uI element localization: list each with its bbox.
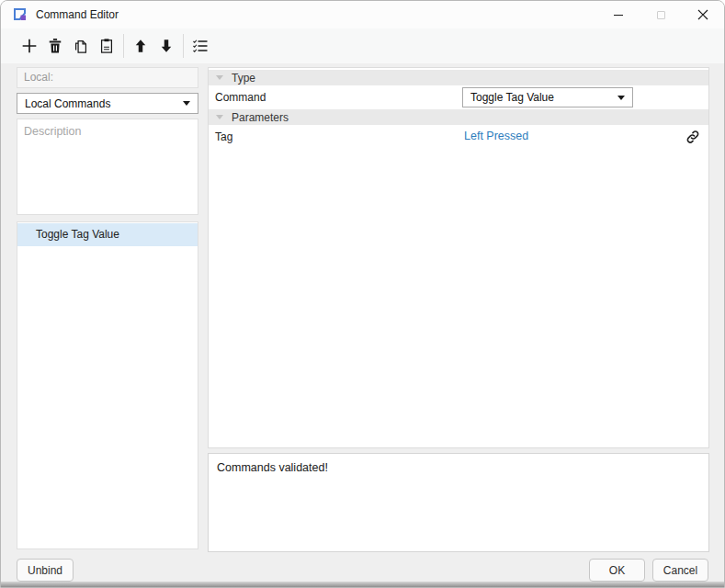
window-title: Command Editor bbox=[36, 8, 119, 21]
ok-button[interactable]: OK bbox=[589, 559, 645, 582]
validation-message: Commands validated! bbox=[217, 461, 328, 474]
close-button[interactable] bbox=[682, 1, 724, 28]
window-controls bbox=[597, 1, 724, 28]
command-row: Command Toggle Tag Value bbox=[209, 85, 708, 109]
maximize-icon bbox=[657, 11, 665, 19]
command-dropdown[interactable]: Toggle Tag Value bbox=[462, 87, 633, 107]
copy-icon bbox=[72, 37, 90, 55]
description-placeholder: Description bbox=[24, 125, 82, 138]
titlebar: Command Editor bbox=[1, 1, 724, 28]
toolbar-separator bbox=[123, 34, 124, 58]
plus-icon bbox=[19, 36, 40, 56]
app-icon bbox=[13, 7, 28, 22]
collapse-arrow-icon bbox=[216, 115, 223, 119]
minimize-icon bbox=[614, 15, 623, 16]
section-title: Parameters bbox=[232, 111, 289, 124]
command-editor-window: Command Editor bbox=[0, 0, 725, 588]
toolbar bbox=[1, 28, 724, 63]
local-scope-field: Local: bbox=[17, 67, 198, 88]
trash-icon bbox=[46, 37, 64, 55]
minimize-button[interactable] bbox=[597, 1, 640, 28]
checklist-icon bbox=[191, 37, 210, 55]
properties-panel: Type Command Toggle Tag Value Parameters… bbox=[208, 67, 709, 448]
move-down-button[interactable] bbox=[153, 33, 179, 59]
tag-row-label: Tag bbox=[215, 130, 232, 143]
move-up-button[interactable] bbox=[128, 33, 153, 59]
validation-message-box: Commands validated! bbox=[208, 453, 709, 552]
scope-dropdown[interactable]: Local Commands bbox=[17, 93, 198, 114]
scope-dropdown-value: Local Commands bbox=[25, 97, 110, 110]
tag-value-link[interactable]: Left Pressed bbox=[464, 130, 528, 142]
command-dropdown-value: Toggle Tag Value bbox=[470, 91, 554, 104]
tag-row: Tag Left Pressed bbox=[209, 125, 708, 149]
add-command-button[interactable] bbox=[17, 33, 42, 59]
validate-commands-button[interactable] bbox=[187, 33, 213, 59]
maximize-button[interactable] bbox=[640, 1, 682, 28]
description-input[interactable]: Description bbox=[17, 119, 198, 215]
arrow-up-icon bbox=[132, 38, 149, 54]
delete-command-button[interactable] bbox=[42, 33, 68, 59]
command-list-item[interactable]: Toggle Tag Value bbox=[17, 223, 198, 246]
section-header-parameters[interactable]: Parameters bbox=[209, 109, 708, 125]
copy-command-button[interactable] bbox=[68, 33, 94, 59]
chevron-down-icon bbox=[183, 101, 190, 106]
chevron-down-icon bbox=[617, 96, 625, 100]
toolbar-separator bbox=[183, 34, 184, 58]
paste-icon bbox=[97, 37, 116, 55]
unbind-button[interactable]: Unbind bbox=[17, 559, 74, 582]
section-title: Type bbox=[232, 72, 255, 85]
window-bottom-edge bbox=[1, 582, 724, 587]
link-icon[interactable] bbox=[685, 129, 701, 145]
arrow-down-icon bbox=[158, 38, 175, 54]
section-header-type[interactable]: Type bbox=[209, 70, 708, 85]
command-row-label: Command bbox=[215, 91, 266, 104]
cancel-button[interactable]: Cancel bbox=[652, 559, 708, 582]
close-icon bbox=[697, 9, 708, 20]
command-list[interactable]: Toggle Tag Value bbox=[17, 221, 198, 549]
paste-command-button[interactable] bbox=[94, 33, 119, 59]
collapse-arrow-icon bbox=[216, 75, 223, 80]
